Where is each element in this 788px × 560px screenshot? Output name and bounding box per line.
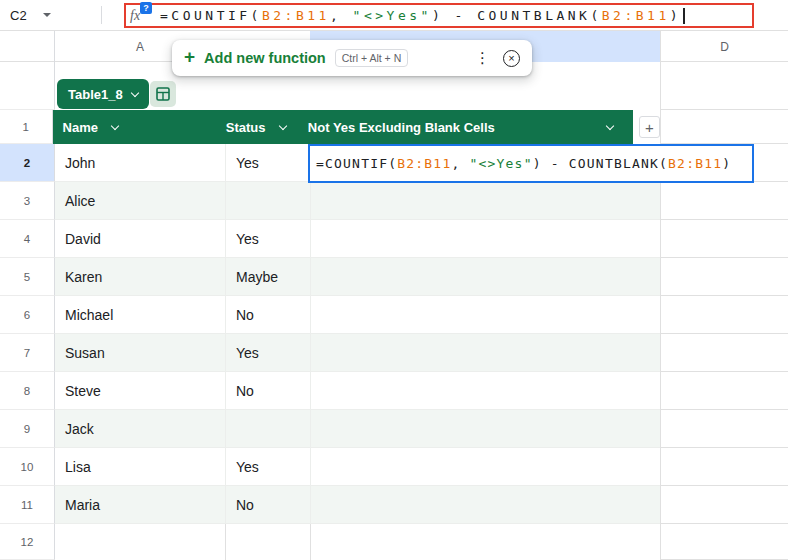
spreadsheet-app: C2 fx? =COUNTIF(B2:B11, "<>Yes") - COUNT… (0, 0, 788, 560)
table-row: 3 Alice (0, 182, 660, 220)
row-name-cell[interactable]: David (55, 220, 225, 258)
table-row: 9 Jack (0, 410, 660, 448)
header-cell-formula-column[interactable]: Not Yes Excluding Blank Cells (298, 110, 633, 144)
plus-icon: + (184, 46, 195, 68)
cell[interactable] (661, 486, 788, 524)
select-all-corner[interactable] (0, 31, 55, 62)
cell-formula-text: =COUNTIF(B2:B11, "<>Yes") - COUNTBLANK(B… (316, 156, 731, 171)
row-header-8[interactable]: 8 (0, 372, 55, 410)
row-formula-cell[interactable] (310, 296, 660, 334)
cell[interactable] (661, 296, 788, 334)
cell[interactable] (661, 62, 788, 110)
row-name-cell[interactable]: Karen (55, 258, 225, 296)
cell[interactable] (661, 182, 788, 220)
row-header-6[interactable]: 6 (0, 296, 55, 334)
table-name-chip[interactable]: Table1_8 (57, 79, 149, 109)
row-formula-cell[interactable] (310, 486, 660, 524)
table-icon-button[interactable] (150, 81, 176, 107)
row-header-2[interactable]: 2 (0, 144, 55, 182)
row-header-12[interactable]: 12 (0, 524, 55, 560)
row-header-5[interactable]: 5 (0, 258, 55, 296)
row-formula-cell[interactable] (310, 334, 660, 372)
cell-reference-box[interactable]: C2 (0, 0, 100, 30)
cell[interactable] (661, 524, 788, 560)
cell[interactable] (225, 524, 310, 560)
add-function-label[interactable]: Add new function (204, 50, 326, 66)
column-header-d[interactable]: D (660, 31, 788, 62)
row-header-11[interactable]: 11 (0, 486, 55, 524)
row-status-cell[interactable] (225, 182, 310, 220)
row-name-cell[interactable]: Maria (55, 486, 225, 524)
cell[interactable] (661, 448, 788, 486)
row-status-cell[interactable]: Yes (225, 144, 310, 182)
table-row: 12 (0, 524, 660, 560)
row-name-cell[interactable]: Michael (55, 296, 225, 334)
row-status-cell[interactable]: No (225, 486, 310, 524)
cell[interactable] (661, 334, 788, 372)
text-cursor (683, 8, 685, 24)
table-grid-icon (156, 87, 170, 101)
chevron-down-icon[interactable] (111, 121, 119, 129)
row-name-cell[interactable]: John (55, 144, 225, 182)
chevron-down-icon (130, 88, 138, 96)
row-status-cell[interactable]: Maybe (225, 258, 310, 296)
more-options-icon[interactable]: ⋮ (471, 49, 494, 67)
formula-bar-text[interactable]: =COUNTIF(B2:B11, "<>Yes") - COUNTBLANK(B… (160, 8, 681, 23)
row-header-9[interactable]: 9 (0, 410, 55, 448)
formula-input-annotated[interactable]: fx? =COUNTIF(B2:B11, "<>Yes") - COUNTBLA… (124, 3, 754, 28)
table-row: 6 Michael No (0, 296, 660, 334)
row-header-1[interactable]: 1 (0, 110, 53, 144)
cell[interactable] (310, 524, 660, 560)
row-header-10[interactable]: 10 (0, 448, 55, 486)
shortcut-hint: Ctrl + Alt + N (335, 49, 409, 67)
row-formula-cell[interactable] (310, 372, 660, 410)
row-status-cell[interactable]: Yes (225, 448, 310, 486)
table-name-label: Table1_8 (68, 87, 123, 102)
row-header-3[interactable]: 3 (0, 182, 55, 220)
name-box-dropdown-icon[interactable] (43, 13, 51, 17)
table-row: 4 David Yes (0, 220, 660, 258)
row-name-cell[interactable]: Lisa (55, 448, 225, 486)
row-formula-cell[interactable] (310, 220, 660, 258)
cell[interactable] (661, 372, 788, 410)
cell-reference: C2 (10, 8, 27, 23)
chevron-down-icon[interactable] (606, 121, 614, 129)
row-header-7[interactable]: 7 (0, 334, 55, 372)
table-header-row: 1 Name Status Not Yes Excluding Blank Ce… (0, 110, 660, 144)
formula-bar: C2 fx? =COUNTIF(B2:B11, "<>Yes") - COUNT… (0, 0, 788, 31)
add-column-button[interactable]: + (639, 116, 660, 138)
row-status-cell[interactable]: No (225, 372, 310, 410)
row-formula-cell[interactable] (310, 182, 660, 220)
row-header-4[interactable]: 4 (0, 220, 55, 258)
chevron-down-icon[interactable] (278, 121, 286, 129)
row-gutter-empty (0, 62, 55, 110)
row-status-cell[interactable] (225, 410, 310, 448)
header-cell-name[interactable]: Name (53, 110, 216, 144)
cell[interactable] (661, 110, 788, 144)
row-name-cell[interactable]: Steve (55, 372, 225, 410)
cell[interactable] (55, 524, 225, 560)
close-icon[interactable]: × (503, 50, 520, 67)
table-row: 11 Maria No (0, 486, 660, 524)
header-cell-status[interactable]: Status (216, 110, 298, 144)
row-status-cell[interactable]: No (225, 296, 310, 334)
row-name-cell[interactable]: Alice (55, 182, 225, 220)
row-status-cell[interactable]: Yes (225, 334, 310, 372)
cell[interactable] (661, 410, 788, 448)
row-name-cell[interactable]: Susan (55, 334, 225, 372)
row-status-cell[interactable]: Yes (225, 220, 310, 258)
row-name-cell[interactable]: Jack (55, 410, 225, 448)
column-d (660, 62, 788, 560)
fx-help-badge: ? (140, 2, 152, 14)
divider (101, 6, 102, 24)
table-row: 8 Steve No (0, 372, 660, 410)
cell[interactable] (661, 220, 788, 258)
row-formula-cell[interactable] (310, 410, 660, 448)
add-function-popup: + Add new function Ctrl + Alt + N ⋮ × (172, 40, 532, 76)
table-row: 10 Lisa Yes (0, 448, 660, 486)
row-formula-cell[interactable] (310, 448, 660, 486)
table-row: 7 Susan Yes (0, 334, 660, 372)
cell[interactable] (661, 258, 788, 296)
row-formula-cell[interactable] (310, 258, 660, 296)
active-cell-editor[interactable]: =COUNTIF(B2:B11, "<>Yes") - COUNTBLANK(B… (308, 144, 754, 183)
